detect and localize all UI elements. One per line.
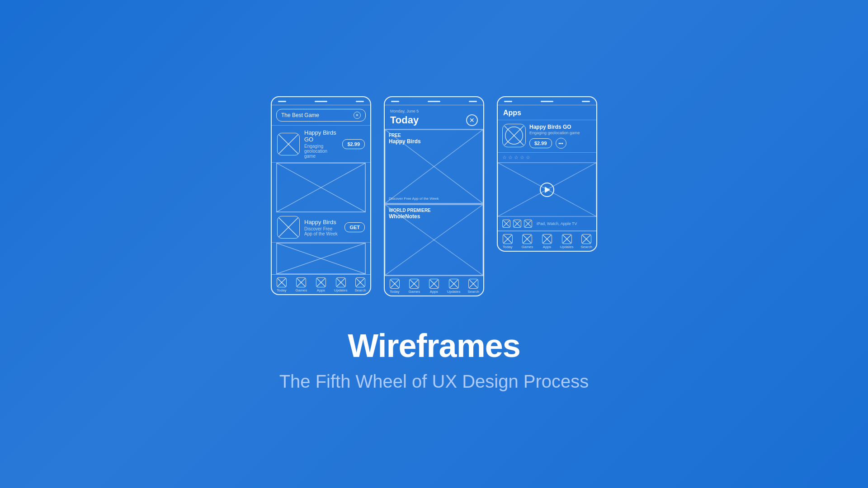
phone1-tab-today[interactable]: Today	[272, 277, 292, 292]
status-center-3	[541, 101, 553, 102]
star-2: ☆	[508, 155, 513, 160]
phone1-app1-price[interactable]: $2.99	[342, 139, 365, 149]
phone-2: Monday, June 5 Today ✕ FREE Happy Birds …	[384, 96, 484, 296]
phone1-tab-updates[interactable]: Updates	[331, 277, 351, 292]
phone2-title: Today	[390, 114, 419, 126]
phone1-tab-updates-icon	[336, 277, 346, 287]
phone2-tab-apps[interactable]: Apps	[424, 279, 444, 294]
phone1-app1-desc: Engaging geolocation game	[304, 144, 338, 159]
phone1-app1-name: Happy Birds GO	[304, 129, 338, 143]
phone3-tab-updates[interactable]: Updates	[557, 234, 577, 249]
phone1-app2-icon	[277, 216, 300, 239]
phone3-app-price[interactable]: $2.99	[529, 138, 552, 148]
phone2-tab-bar: Today Games Apps Updates	[385, 276, 483, 296]
phone3-tab-search-label: Search	[580, 245, 592, 249]
phone3-tab-apps-icon	[542, 234, 552, 244]
phone1-tab-games[interactable]: Games	[292, 277, 311, 292]
main-title: Wireframes	[279, 328, 589, 364]
phone1-app1-icon	[277, 133, 300, 155]
phone2-card-1: FREE Happy Birds Discover Free App of th…	[385, 129, 483, 204]
phone2-tab-games[interactable]: Games	[405, 279, 425, 294]
phone1-image-1	[276, 163, 366, 212]
phone3-tab-games[interactable]: Games	[518, 234, 538, 249]
phone-1: The Best Game ✕ Happy Birds GO Engaging …	[271, 96, 371, 295]
phone2-tab-today[interactable]: Today	[385, 279, 405, 294]
phone2-card2-label: WORLD PREMIERE WholeNotes	[389, 207, 431, 221]
main-subtitle: The Fifth Wheel of UX Design Process	[279, 371, 589, 392]
phone2-card1-image: FREE Happy Birds Discover Free App of th…	[385, 129, 483, 204]
phone3-video[interactable]	[498, 163, 596, 217]
status-left	[278, 101, 286, 102]
phone3-tab-games-icon	[522, 234, 532, 244]
phone2-card-2: WORLD PREMIERE WholeNotes	[385, 204, 483, 276]
status-center-2	[428, 101, 440, 102]
phone2-tab-today-label: Today	[390, 290, 399, 294]
status-right	[356, 101, 364, 102]
phone1-tab-today-label: Today	[277, 288, 286, 292]
phone3-mini-icon-3	[524, 220, 532, 228]
play-triangle-icon	[545, 187, 550, 193]
phone3-mini-icon-2	[513, 220, 521, 228]
phone1-tab-bar: Today Games Apps Updates	[272, 274, 370, 294]
phone3-tab-games-label: Games	[521, 245, 533, 249]
phone3-tab-today-label: Today	[503, 245, 512, 249]
phone1-app2-desc: Discover Free App of the Week	[304, 226, 340, 236]
phone2-card1-discover: Discover Free App of the Week	[389, 197, 439, 201]
phone2-card2-name: WholeNotes	[389, 213, 431, 221]
status-right-2	[469, 101, 477, 102]
phone3-app-actions: $2.99 •••	[529, 138, 592, 149]
phone1-tab-search-label: Search	[354, 288, 366, 292]
phone2-tab-updates[interactable]: Updates	[444, 279, 464, 294]
phone1-tab-games-icon	[296, 277, 306, 287]
phone1-tab-apps-label: Apps	[317, 288, 325, 292]
phone2-card1-label: FREE Happy Birds	[389, 132, 421, 145]
phone3-app-detail: Happy Birds GO Engaging geolocation game…	[498, 120, 596, 153]
phone1-search-bar[interactable]: The Best Game ✕	[276, 109, 366, 122]
star-5: ☆	[526, 155, 530, 160]
phone1-tab-apps-icon	[316, 277, 326, 287]
phone3-tab-today[interactable]: Today	[498, 234, 518, 249]
phone3-tab-search-icon	[581, 234, 591, 244]
phone1-app2-get[interactable]: GET	[344, 222, 365, 232]
status-center	[315, 101, 327, 102]
phone3-tab-apps[interactable]: Apps	[537, 234, 557, 249]
phone3-status-bar	[498, 97, 596, 105]
phone1-tab-today-icon	[277, 277, 287, 287]
phone2-card1-name: Happy Birds	[389, 138, 421, 145]
phone2-tab-apps-icon	[429, 279, 439, 289]
phone2-card2-image: WORLD PREMIERE WholeNotes	[385, 204, 483, 276]
phone3-play-button[interactable]	[540, 183, 554, 197]
phone3-app-desc: Engaging geolocation game	[529, 131, 592, 135]
phone3-mini-icons: iPad, Watch, Apple TV	[498, 217, 596, 231]
phone2-tab-games-label: Games	[408, 290, 420, 294]
phone3-app-icon	[502, 124, 526, 147]
phone2-close-btn[interactable]: ✕	[466, 114, 478, 126]
phone1-tab-games-label: Games	[295, 288, 307, 292]
phone2-tab-search[interactable]: Search	[463, 279, 483, 294]
phone2-date: Monday, June 5	[390, 109, 478, 113]
phone1-search-clear[interactable]: ✕	[354, 112, 361, 119]
phone3-tab-search[interactable]: Search	[576, 234, 596, 249]
phone3-tab-bar: Today Games Apps Updates	[498, 231, 596, 251]
phone1-tab-updates-label: Updates	[334, 288, 348, 292]
phone3-more-btn[interactable]: •••	[556, 138, 566, 149]
phone1-app1-info: Happy Birds GO Engaging geolocation game	[304, 129, 338, 159]
phone1-app-item-2: Happy Birds Discover Free App of the Wee…	[272, 212, 370, 243]
phone3-app-name: Happy Birds GO	[529, 124, 592, 130]
phone2-tab-updates-icon	[449, 279, 459, 289]
phone-3: Apps Happy Birds GO Engaging geolocation…	[497, 96, 597, 252]
wireframes-container: The Best Game ✕ Happy Birds GO Engaging …	[271, 96, 597, 296]
phone1-tab-apps[interactable]: Apps	[311, 277, 331, 292]
phone3-apps-title: Apps	[498, 105, 596, 120]
phone1-app-item-1: Happy Birds GO Engaging geolocation game…	[272, 126, 370, 163]
phone3-tab-apps-label: Apps	[543, 245, 551, 249]
phone1-tab-search[interactable]: Search	[350, 277, 370, 292]
status-left-2	[391, 101, 399, 102]
status-right-3	[582, 101, 590, 102]
phone2-tab-search-label: Search	[467, 290, 479, 294]
phone2-tab-apps-label: Apps	[430, 290, 438, 294]
phone1-app2-name: Happy Birds	[304, 219, 340, 225]
phone3-app-info: Happy Birds GO Engaging geolocation game…	[529, 124, 592, 149]
phone1-search-text: The Best Game	[281, 112, 319, 118]
phone3-tab-updates-icon	[562, 234, 572, 244]
